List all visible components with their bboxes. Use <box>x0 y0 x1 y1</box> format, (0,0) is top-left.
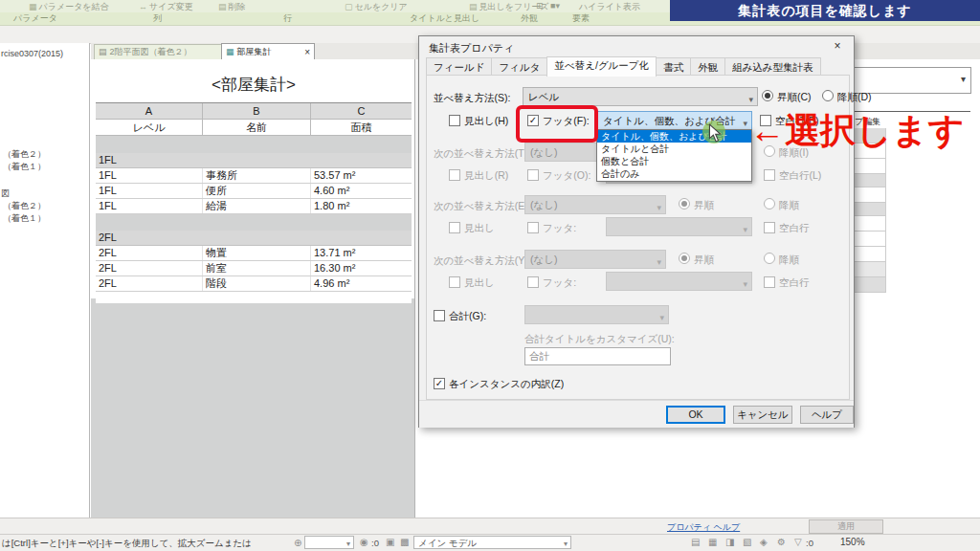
ok-button[interactable]: OK <box>666 406 725 424</box>
grand-total-label: 合計(G): <box>449 310 486 323</box>
group-header-1fl[interactable]: 1FL <box>96 153 412 168</box>
header-r-checkbox[interactable] <box>449 169 460 181</box>
browser-item-view3[interactable]: 図 <box>1 187 10 200</box>
exclude-options-icon[interactable]: ◉ <box>360 537 368 547</box>
shading-menu-icon[interactable]: ■▾ <box>550 1 560 11</box>
cancel-button[interactable]: キャンセル <box>733 406 792 424</box>
group-columns: 列 <box>153 12 162 25</box>
ascending-radio-disabled[interactable] <box>679 198 690 209</box>
ascending-radio-disabled[interactable] <box>679 253 690 264</box>
then-by3-label: 次の並べ替え方法(Y): <box>434 254 531 268</box>
footer-select-disabled[interactable]: ▾ <box>606 272 752 291</box>
footer-checkbox-disabled[interactable] <box>527 276 539 288</box>
chevron-down-icon: ▾ <box>346 538 350 550</box>
zoom-level[interactable]: 150% <box>840 537 865 547</box>
popup-option[interactable]: 個数と合計 <box>597 155 751 167</box>
descending-radio[interactable] <box>822 90 834 101</box>
then-by2-select[interactable]: (なし)▾ <box>524 195 666 214</box>
project-browser: rcise0307(2015) （着色２） （着色１） 図 （着色２） （着色１… <box>0 43 90 518</box>
filter-icon[interactable]: ▽ <box>794 537 802 547</box>
dialog-tab-bar: フィールド フィルタ 並べ替え/グループ化 書式 外観 組み込み型集計表 <box>426 57 820 76</box>
browser-item-view1[interactable]: （着色２） <box>3 148 46 161</box>
schedule-icon: ▦ <box>226 47 234 56</box>
custom-grand-total-input[interactable]: 合計 <box>524 347 671 365</box>
table-row[interactable]: 1FL給湯1.80 m² <box>96 199 412 214</box>
group-rows: 行 <box>283 12 292 25</box>
table-row[interactable]: 2FL前室16.30 m² <box>96 261 412 276</box>
browser-item-view2[interactable]: （着色１） <box>3 161 46 173</box>
filter-count: :0 <box>806 538 813 548</box>
browser-root[interactable]: rcise0307(2015) <box>1 49 63 58</box>
gear-icon[interactable]: ⚙ <box>777 537 786 547</box>
footer-dropdown-popup: タイトル、個数、および合計 タイトルと合計 個数と合計 合計のみ <box>596 129 752 182</box>
freeze-header-icon: ▤ <box>469 2 478 11</box>
header-checkbox-disabled[interactable] <box>449 276 460 288</box>
tab-formatting[interactable]: 書式 <box>656 57 691 77</box>
view-tab-plan[interactable]: ▤2階平面図（着色２） <box>94 44 224 60</box>
status-icon-2[interactable]: ▦ <box>708 537 717 547</box>
tab-fields[interactable]: フィールド <box>426 57 492 77</box>
tab-filter[interactable]: フィルタ <box>491 57 547 77</box>
popup-option[interactable]: タイトルと合計 <box>597 143 751 155</box>
grand-total-select[interactable]: ▾ <box>524 305 669 324</box>
table-gap <box>96 214 412 231</box>
status-icon-1[interactable]: ▤ <box>691 537 700 547</box>
tab-sorting-grouping[interactable]: 並べ替え/グループ化 <box>546 56 657 77</box>
workset-select[interactable]: メイン モデル▾ <box>413 536 571 549</box>
grand-total-checkbox[interactable] <box>434 310 445 321</box>
browser-item-view4[interactable]: （着色２） <box>3 200 46 212</box>
schedule-table: <部屋集計> ABC レベル名前面積 1FL 1FL事務所53.57 m² 1F… <box>96 67 412 303</box>
check-icon: ✓ <box>435 378 443 388</box>
descending-radio-disabled[interactable] <box>764 198 775 209</box>
footer-select-disabled[interactable]: ▾ <box>606 217 752 236</box>
table-row[interactable]: 2FL階段4.96 m² <box>96 276 412 292</box>
tutorial-banner: 集計表の項目を確認します <box>670 0 980 21</box>
header-checkbox[interactable] <box>449 115 460 126</box>
table-row[interactable]: 2FL物置13.71 m² <box>96 246 412 261</box>
status-icon-4[interactable]: ▧ <box>743 537 751 547</box>
type-selector[interactable]: ▾ <box>842 67 971 94</box>
status-icon-5[interactable]: ◈ <box>760 537 768 547</box>
blank-checkbox-disabled[interactable] <box>764 222 775 233</box>
status-icon-3[interactable]: ◨ <box>725 537 734 547</box>
header-checkbox-disabled[interactable] <box>449 222 460 233</box>
table-row[interactable]: 1FL事務所53.57 m² <box>96 168 412 184</box>
help-button[interactable]: ヘルプ <box>800 406 854 424</box>
view-tab-schedule[interactable]: ▦部屋集計× <box>221 43 315 60</box>
then-by1-label: 次の並べ替え方法(T): <box>434 147 530 161</box>
browser-item-view5[interactable]: （着色１） <box>3 212 46 225</box>
border-grid-icon[interactable]: ⊞ <box>536 1 544 11</box>
worksharing-icon[interactable]: ▣ <box>386 537 394 547</box>
design-option-select[interactable]: ▾ <box>304 536 354 549</box>
worksets-icon[interactable]: ▩ <box>400 537 409 547</box>
group-header-2fl[interactable]: 2FL <box>96 231 412 246</box>
descending-radio-disabled[interactable] <box>764 253 775 264</box>
chevron-down-icon: ▾ <box>961 74 966 84</box>
close-tab-icon[interactable]: × <box>304 44 310 60</box>
then-by3-select[interactable]: (なし)▾ <box>524 250 666 269</box>
popup-option[interactable]: 合計のみ <box>597 167 751 180</box>
dialog-close-icon[interactable]: × <box>827 39 848 55</box>
group-elements: 要素 <box>572 12 590 25</box>
sort-by-select[interactable]: レベル▾ <box>523 87 758 106</box>
apply-button[interactable]: 適用 <box>809 519 883 534</box>
tab-embedded-schedule[interactable]: 組み込み型集計表 <box>724 57 821 77</box>
blank-checkbox-disabled[interactable] <box>764 276 775 288</box>
properties-help-link[interactable]: プロパティ ヘルプ <box>667 521 740 534</box>
blank-plain-label: 空白行 <box>779 276 810 290</box>
footer-o-checkbox[interactable] <box>527 169 539 181</box>
footer-select[interactable]: タイトル、個数、および合計▾ <box>597 111 752 130</box>
itemize-checkbox[interactable]: ✓ <box>434 378 445 389</box>
tab-appearance[interactable]: 外観 <box>690 57 725 77</box>
blank-l-checkbox[interactable] <box>764 169 775 181</box>
footer-checkbox-disabled[interactable] <box>527 222 539 233</box>
column-letter-row: ABC <box>96 103 412 120</box>
table-row[interactable]: 1FL便所4.60 m² <box>96 184 412 199</box>
schedule-properties-dialog: 集計表プロパティ × フィールド フィルタ 並べ替え/グループ化 書式 外観 組… <box>418 35 855 428</box>
delete-icon: ▤ <box>218 2 227 11</box>
footer-highlight-box <box>516 105 598 143</box>
ascending-radio[interactable] <box>762 90 773 101</box>
popup-option-selected[interactable]: タイトル、個数、および合計 <box>597 130 751 143</box>
chevron-down-icon: ▾ <box>564 538 568 550</box>
select-annotation: ←選択します <box>749 107 965 155</box>
